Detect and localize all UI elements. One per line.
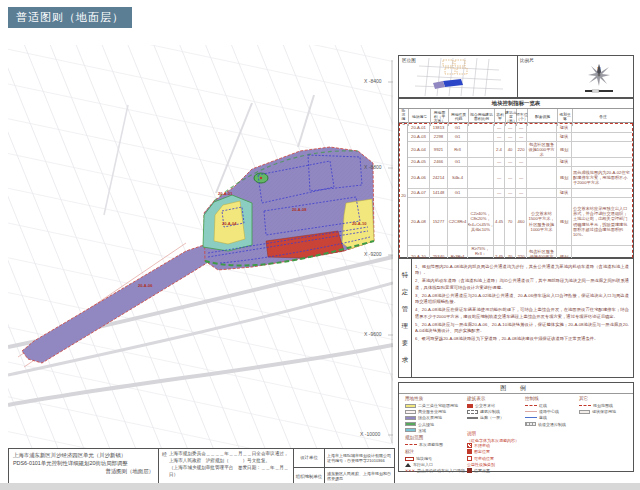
note-item: 1、规划范围内20-A-08地块内部及周边公共通道均为步行，其余公共通道为基地内… xyxy=(415,264,629,277)
swatch-plot-number xyxy=(405,457,414,461)
no-entry-icon: ✕✕✕ xyxy=(405,468,415,473)
notes-body: 1、规划范围内20-A-08地块内部及周边公共通道均为步行，其余公共通道为基地内… xyxy=(415,264,629,374)
vehicle-entry-icon xyxy=(405,463,411,467)
plot-label: 20-A-06 xyxy=(138,283,152,288)
design-unit-label: 设计单位 xyxy=(294,449,325,467)
note-item: 4、20-A-08地块应在保证车辆基地使用功能的前提下，可结合上盖综合开发，在地… xyxy=(415,307,629,320)
approval-prefix: 经 xyxy=(162,451,167,483)
note-item: 6、银河路穿越20-A-08地块路段为下穿道路，20-A-08地块建设中须保证该… xyxy=(415,336,629,342)
approval-cell: 经 上海市规划委员会＿＿＿＿年＿＿月＿＿日全会审议通过， 上海市人民政府 沪府规… xyxy=(159,449,294,485)
legend-panel: 图 例 用地性质 二类三类住宅组团用地 商业服务业用地 综合发展用地 公共绿地 … xyxy=(398,382,634,472)
coord-label: X -9600 xyxy=(364,331,382,337)
swatch-position-indicative xyxy=(467,468,472,473)
units-cell: 设计单位 上海市上规院城市规划设计有限公司 证书编号：自资规甲字21010366… xyxy=(294,449,394,485)
swatch-corridor xyxy=(467,417,478,420)
plot-label: 20-A-08 xyxy=(292,207,306,212)
block-number-cell: 20 xyxy=(400,124,408,267)
view-tab-ground-floor[interactable]: 普适图则（地面层） xyxy=(8,7,132,28)
project-line3: 普适图则（地面层） xyxy=(13,468,154,476)
legend-group-note: 说明 （红色字体为本次调整内容） 不得变动 图定位置 可变动位置 公益性设施类别… xyxy=(467,431,567,474)
table-row: 20-A-032298G1———现状 xyxy=(408,133,632,142)
legend-group-scope: 规划范围 本次调整范围 xyxy=(405,435,463,448)
plot-label: 20-A-10 xyxy=(352,221,366,226)
scale-cell: 比例尺 N xyxy=(517,56,634,97)
plot-control-table-panel: 地块控制指标一览表 街坊编号 地块编号 用地面积（平方米） 用地性质代码 混合用… xyxy=(398,98,634,258)
legend-title: 图 例 xyxy=(399,383,633,394)
table-row: 20-A-052466G1———现状 xyxy=(408,158,632,167)
swatch-water xyxy=(405,428,416,432)
org-unit-value: 浦东新区人民政府、上海市规划和自然资源局 xyxy=(327,471,392,481)
table-body: 20 20-A-0113813G1———现状 20-A-032298G1———现… xyxy=(399,123,633,268)
note-item: 2、基地内机动车道路（含地道和地上道路）均沿公共通道设置，其中局部路段为地块之间… xyxy=(415,278,629,291)
table-row: 20-A-049921Rr32.440220包含社区服务设施1000平方米规划 xyxy=(408,142,632,158)
approval-line1: 上海市规划委员会＿＿＿＿年＿＿月＿＿日全会审议通过， xyxy=(169,451,290,458)
note-item: 5、20-A-08地块应与一层连廊20-A-06、20-A-10地块统筹设计，保… xyxy=(415,322,629,335)
project-name-cell: 上海市浦东新区川沙经济园区单元（川沙新镇） PDS6-0101单元控制性详细规划… xyxy=(9,449,159,485)
table-title: 地块控制指标一览表 xyxy=(399,99,633,109)
document-page: 普适图则（地面层） xyxy=(0,0,640,483)
table-header-row: 街坊编号 地块编号 用地面积（平方米） 用地性质代码 混合用地建筑面积比例 容积… xyxy=(399,109,633,123)
title-block: 上海市浦东新区川沙经济园区单元（川沙新镇） PDS6-0101单元控制性详细规划… xyxy=(8,448,395,486)
notes-vertical-title: 特定管理要求 xyxy=(399,259,412,377)
coord-label: X -10000 xyxy=(360,431,380,437)
plot-label: 20-A-01 xyxy=(218,191,232,196)
planning-map: X -8400 X -8800 X -9200 X -9600 X -10000… xyxy=(8,45,393,448)
swatch-adjust-scope xyxy=(405,444,417,445)
design-unit-cert: 证书编号：自资规甲字21010366 xyxy=(327,458,392,463)
approval-line3: （上海市城乡规划审批管理平台 签发日期：＿＿年＿月＿日） xyxy=(169,465,290,479)
coord-label: X -8800 xyxy=(364,164,382,170)
design-unit-row: 设计单位 上海市上规院城市规划设计有限公司 证书编号：自资规甲字21010366 xyxy=(294,449,394,468)
swatch-existing-retained xyxy=(579,410,590,414)
table-row: 20-A-0624214S4b-4———规划黑色虚线范围内为20-A-02住宅配… xyxy=(408,167,632,189)
planning-map-canvas xyxy=(8,45,393,448)
swatch-red-line xyxy=(525,405,537,406)
legend-group-landuse: 用地性质 二类三类住宅组团用地 商业服务业用地 综合发展用地 公共绿地 水域 xyxy=(405,396,463,433)
table-row: 20-A-0714148G1———现状 xyxy=(408,189,632,198)
legend-group-control-lines: 控制线 红线 道路中心线 蓝线 轨道交通控制线 xyxy=(525,396,575,427)
legend-group-building: 建筑表示 公交首末站 建筑控制线 连廊（一层） xyxy=(467,396,519,421)
legend-group-other: 其它 规划范围线 现状保留用地 xyxy=(579,396,631,415)
plot-label: 20-A-04 xyxy=(222,221,236,226)
swatch-building-control xyxy=(467,410,478,414)
swatch-commercial xyxy=(405,410,416,414)
swatch-mixed xyxy=(405,416,416,420)
swatch-residential xyxy=(405,404,416,408)
table-row: 20-A-0113813G1———现状 xyxy=(408,124,632,133)
swatch-blue-line xyxy=(525,417,537,418)
swatch-adjustable-position xyxy=(467,456,472,461)
compass-rose-icon xyxy=(517,56,634,97)
legend-group-marks: 标注 地块编号 车行出入口 ✕✕✕禁止开设机动车出入口路段 xyxy=(405,449,463,474)
swatch-plan-boundary xyxy=(579,405,591,406)
swatch-road-centerline xyxy=(525,411,537,412)
swatch-no-change xyxy=(467,443,472,448)
location-map-cell: 区位图 xyxy=(399,56,518,97)
table-row: 20-A-0815277C2C8Rr4C2≥40%，C8≤20%，Rr4+C≤4… xyxy=(408,198,632,246)
project-line1: 上海市浦东新区川沙经济园区单元（川沙新镇） xyxy=(13,452,154,460)
coord-label: X -9200 xyxy=(364,251,382,257)
special-management-panel: 特定管理要求 1、规划范围内20-A-08地块内部及周边公共通道均为步行，其余公… xyxy=(398,258,634,378)
coord-label: X -8400 xyxy=(364,78,382,84)
swatch-bus-terminal xyxy=(467,404,473,408)
project-line2: PDS6-0101单元控制性详细规划20街坊局部调整 xyxy=(13,460,154,468)
swatch-fixed-position xyxy=(467,449,472,454)
location-minimap xyxy=(399,56,516,97)
location-scale-panel: 区位图 比例尺 N xyxy=(398,55,634,98)
zone-corridor-band xyxy=(22,245,210,363)
swatch-rail-control xyxy=(525,422,536,426)
approval-line2: 上海市人民政府 沪府规划（ ）号文批复。 xyxy=(169,458,290,465)
swatch-greenspace xyxy=(405,422,416,426)
location-highlight xyxy=(443,79,463,87)
page-bottom-margin xyxy=(0,483,640,490)
note-item: 3、20-A-08地块公共通道应与20-A-02地块公共通道、20-A-06停车… xyxy=(415,293,629,306)
park-marker xyxy=(260,177,262,179)
